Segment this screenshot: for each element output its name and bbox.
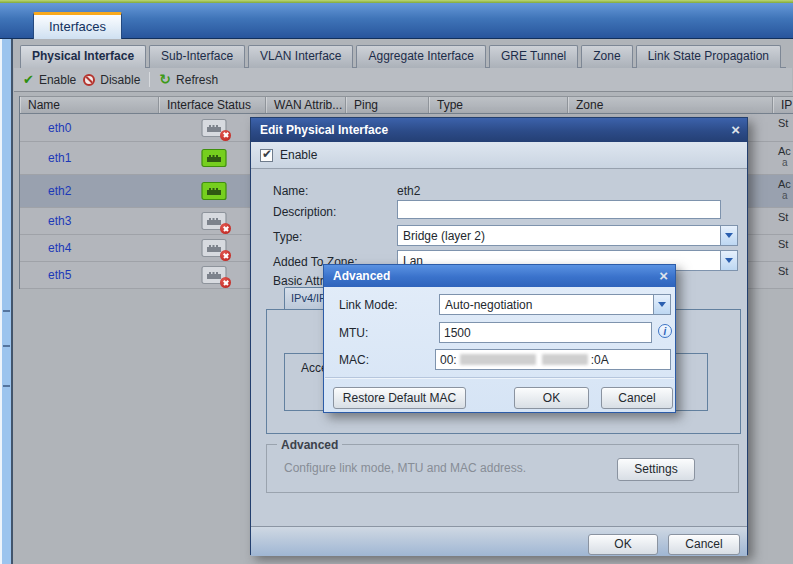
chevron-down-icon[interactable] xyxy=(653,295,670,314)
tab-interfaces[interactable]: Interfaces xyxy=(33,12,122,39)
interface-name-link[interactable]: eth2 xyxy=(48,184,71,198)
ip-cell: St xyxy=(778,117,788,129)
table-header: Name Interface Status WAN Attrib... Ping… xyxy=(20,96,793,114)
interface-name-link[interactable]: eth5 xyxy=(48,268,71,282)
interface-name-link[interactable]: eth3 xyxy=(48,214,71,228)
ip-cell: St xyxy=(778,265,788,277)
advanced-section: Advanced Configure link mode, MTU and MA… xyxy=(266,444,739,493)
mac-suffix: :0A xyxy=(591,353,609,367)
refresh-label: Refresh xyxy=(176,73,218,87)
toolbar-separator xyxy=(149,72,150,87)
link-mode-select[interactable]: Auto-negotiation xyxy=(439,294,671,315)
restore-default-mac-button[interactable]: Restore Default MAC xyxy=(333,387,466,409)
enable-button[interactable]: ✔ Enable xyxy=(23,73,76,87)
edit-dialog-title: Edit Physical Interface xyxy=(260,123,388,137)
edit-dialog-titlebar[interactable]: Edit Physical Interface × xyxy=(251,118,747,142)
subtab-physical-interface[interactable]: Physical Interface xyxy=(20,45,146,69)
disable-button[interactable]: Disable xyxy=(83,73,140,87)
link-mode-label: Link Mode: xyxy=(339,298,398,312)
interface-name-link[interactable]: eth4 xyxy=(48,241,71,255)
interface-toolbar: ✔ Enable Disable ↻ Refresh xyxy=(14,68,792,92)
link-down-badge-icon xyxy=(220,223,231,234)
ethernet-port-icon xyxy=(201,148,227,168)
disable-label: Disable xyxy=(100,73,140,87)
mac-prefix: 00: xyxy=(440,353,457,367)
subtab-vlan-interface[interactable]: VLAN Interface xyxy=(248,45,353,68)
subtab-sub-interface[interactable]: Sub-Interface xyxy=(149,45,245,68)
cancel-button[interactable]: Cancel xyxy=(668,534,740,555)
type-select[interactable]: Bridge (layer 2) xyxy=(397,225,738,246)
ip-cell: St xyxy=(778,211,788,223)
info-icon[interactable]: i xyxy=(658,324,672,338)
name-label: Name: xyxy=(273,184,308,198)
column-header-interface-status[interactable]: Interface Status xyxy=(159,97,266,113)
type-select-value: Bridge (layer 2) xyxy=(403,229,485,243)
mtu-label: MTU: xyxy=(339,326,368,340)
ok-button[interactable]: OK xyxy=(588,534,658,555)
interface-name-link[interactable]: eth1 xyxy=(48,151,71,165)
link-mode-value: Auto-negotiation xyxy=(445,298,532,312)
app-window: Interfaces Physical Interface Sub-Interf… xyxy=(0,0,793,564)
subtab-gre-tunnel[interactable]: GRE Tunnel xyxy=(489,45,578,68)
advanced-dialog-title: Advanced xyxy=(333,269,390,283)
dialog-separator xyxy=(325,377,674,378)
column-header-wan-attribute[interactable]: WAN Attrib... xyxy=(266,97,346,113)
column-header-name[interactable]: Name xyxy=(20,97,159,113)
ethernet-port-icon xyxy=(201,211,227,231)
ip-cell: St xyxy=(778,238,788,250)
subtab-aggregate-interface[interactable]: Aggregate Interface xyxy=(356,45,485,68)
chevron-down-icon[interactable] xyxy=(720,226,737,245)
sidebar-collapse-strip[interactable] xyxy=(0,39,13,564)
enable-label: Enable xyxy=(39,73,76,87)
close-icon[interactable]: × xyxy=(731,123,740,137)
ip-cell: Aca xyxy=(778,145,791,169)
description-label: Description: xyxy=(273,205,336,219)
refresh-icon: ↻ xyxy=(159,73,171,86)
subtab-zone[interactable]: Zone xyxy=(581,45,632,68)
strip-dash xyxy=(3,310,10,312)
name-value: eth2 xyxy=(397,184,420,198)
ethernet-port-icon xyxy=(201,265,227,285)
description-field[interactable] xyxy=(397,200,721,219)
mac-label: MAC: xyxy=(339,353,369,367)
settings-button[interactable]: Settings xyxy=(617,458,695,481)
close-icon[interactable]: × xyxy=(659,269,668,283)
column-header-ping[interactable]: Ping xyxy=(346,97,429,113)
mac-redacted-block xyxy=(460,354,536,365)
advanced-section-legend: Advanced xyxy=(277,438,342,452)
ethernet-port-icon xyxy=(201,118,227,138)
ethernet-port-icon xyxy=(201,181,227,201)
refresh-button[interactable]: ↻ Refresh xyxy=(159,73,218,87)
disable-prohibit-icon xyxy=(83,74,95,86)
enable-check-icon: ✔ xyxy=(23,73,34,86)
top-navigation-bar: Interfaces xyxy=(0,3,793,39)
column-header-zone[interactable]: Zone xyxy=(568,97,773,113)
edit-dialog-footer: OK Cancel xyxy=(251,526,747,556)
ip-cell: Aca xyxy=(778,178,791,202)
enable-checkbox-label: Enable xyxy=(280,148,317,162)
strip-dash xyxy=(3,385,10,387)
link-down-badge-icon xyxy=(220,130,231,141)
link-down-badge-icon xyxy=(220,277,231,288)
advanced-dialog-titlebar[interactable]: Advanced × xyxy=(324,265,675,287)
mtu-field[interactable] xyxy=(439,322,652,343)
column-header-ip[interactable]: IP xyxy=(773,97,793,113)
chevron-down-icon[interactable] xyxy=(720,251,737,270)
type-label: Type: xyxy=(273,230,302,244)
enable-row: ✔ Enable xyxy=(251,142,747,169)
mac-redacted-block xyxy=(542,354,588,365)
ethernet-port-icon xyxy=(201,238,227,258)
interface-name-link[interactable]: eth0 xyxy=(48,121,71,135)
mac-field[interactable]: 00: :0A xyxy=(435,349,671,370)
basic-attribute-label: Basic Attr xyxy=(273,274,324,288)
column-header-type[interactable]: Type xyxy=(429,97,568,113)
link-down-badge-icon xyxy=(220,250,231,261)
strip-dash xyxy=(3,345,10,347)
enable-checkbox[interactable]: ✔ xyxy=(260,149,273,162)
advanced-dialog: Advanced × Link Mode: Auto-negotiation M… xyxy=(323,264,676,413)
ok-button[interactable]: OK xyxy=(514,387,589,409)
advanced-section-description: Configure link mode, MTU and MAC address… xyxy=(284,461,526,475)
cancel-button[interactable]: Cancel xyxy=(601,387,673,409)
subtab-link-state-propagation[interactable]: Link State Propagation xyxy=(636,45,781,68)
interface-subtabs: Physical Interface Sub-Interface VLAN In… xyxy=(20,45,786,68)
